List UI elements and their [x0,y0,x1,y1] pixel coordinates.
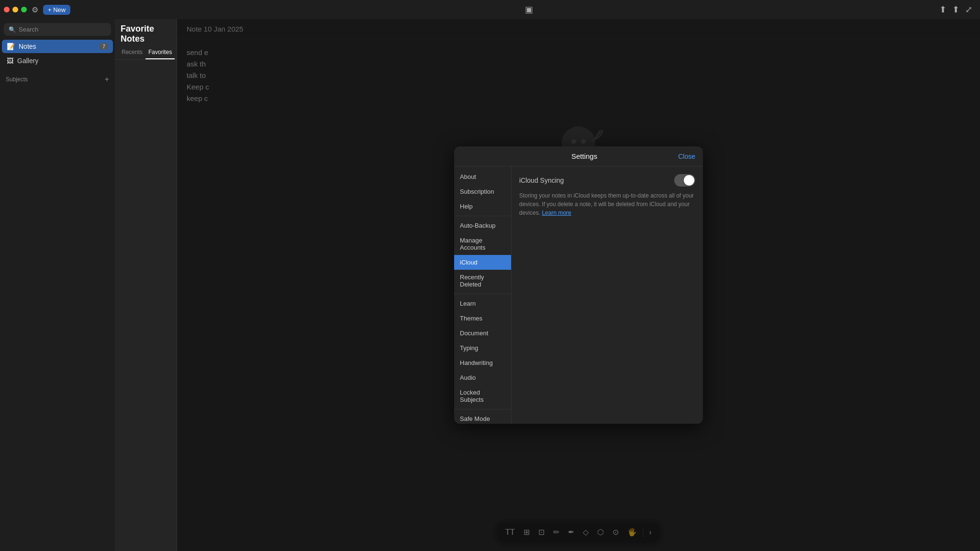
gallery-icon: 🖼 [7,57,13,65]
divider-2 [454,294,511,294]
note-list-panel: Favorite Notes Recents Favorites Unfiled… [115,19,177,551]
settings-group-1: About Subscription Help [454,169,511,214]
settings-item-safe-mode[interactable]: Safe Mode [454,411,511,424]
new-note-button[interactable]: + New [43,5,70,15]
settings-group-4: Safe Mode Text-to-Speech [454,411,511,424]
modal-close-button[interactable]: Close [678,153,695,160]
settings-item-locked-subjects[interactable]: Locked Subjects [454,385,511,407]
tab-favorites[interactable]: Favorites [145,46,175,59]
export-button[interactable]: ⬆ [952,4,959,15]
sidebar-notes-label: Notes [19,43,36,50]
settings-item-typing[interactable]: Typing [454,341,511,355]
divider-3 [454,409,511,409]
search-bar[interactable]: 🔍 Search [4,23,111,36]
icloud-description: Storing your notes in iCloud keeps them … [519,191,695,217]
settings-item-subscription[interactable]: Subscription [454,184,511,199]
icloud-row: iCloud Syncing [519,174,695,187]
fullscreen-button[interactable]: ⤢ [965,4,972,15]
settings-item-document[interactable]: Document [454,326,511,341]
top-bar: ⚙ + New ▣ ⬆ ⬆ ⤢ [0,0,980,19]
settings-item-about[interactable]: About [454,169,511,184]
top-bar-left: ⚙ + New [4,4,119,15]
main-area: 🔍 Search 📝 Notes 7 🖼 Gallery Subjects + … [0,19,980,551]
layout-toggle-button[interactable]: ▣ [525,4,533,15]
modal-title: Settings [490,152,678,160]
add-subject-button[interactable]: + [105,75,109,84]
divider-1 [454,216,511,216]
settings-item-handwriting[interactable]: Handwriting [454,355,511,370]
learn-more-link[interactable]: Learn more [542,209,571,216]
search-placeholder: Search [19,26,38,33]
settings-item-learn[interactable]: Learn [454,296,511,311]
window-minimize-btn[interactable] [12,7,18,12]
sidebar-gallery-label: Gallery [17,57,38,65]
notes-badge: 7 [100,43,108,50]
settings-item-audio[interactable]: Audio [454,370,511,385]
modal-overlay: Settings Close About Subscription Help [177,19,980,551]
content-area: Note 10 Jan 2025 send e ask th talk to K… [177,19,980,551]
gear-button[interactable]: ⚙ [31,4,39,15]
settings-group-3: Learn Themes Document Typing Handwriting… [454,296,511,407]
note-list-header: Favorite Notes [115,19,177,46]
icloud-toggle[interactable] [674,174,695,187]
top-bar-right: ⬆ ⬆ ⤢ [939,4,976,15]
sidebar: 🔍 Search 📝 Notes 7 🖼 Gallery Subjects + [0,19,115,551]
settings-item-auto-backup[interactable]: Auto-Backup [454,218,511,233]
subjects-header: Subjects + [6,75,109,84]
top-bar-center: ▣ [122,4,935,15]
sidebar-nav: 📝 Notes 7 🖼 Gallery [0,40,115,67]
settings-sidebar: About Subscription Help Auto-Backup Mana… [454,166,512,424]
settings-item-recently-deleted[interactable]: Recently Deleted [454,270,511,292]
sidebar-item-notes[interactable]: 📝 Notes 7 [2,40,113,53]
settings-group-2: Auto-Backup Manage Accounts iCloud Recen… [454,218,511,292]
settings-item-icloud[interactable]: iCloud [454,255,511,270]
settings-item-manage-accounts[interactable]: Manage Accounts [454,233,511,255]
toggle-knob [684,175,694,186]
tab-recents[interactable]: Recents [119,46,145,59]
settings-modal: Settings Close About Subscription Help [454,146,703,424]
icloud-label: iCloud Syncing [519,176,564,184]
window-maximize-btn[interactable] [21,7,27,12]
note-list-tabs: Recents Favorites Unfiled Sh [115,46,177,60]
modal-title-bar: Settings Close [454,146,703,166]
window-controls [4,7,27,12]
note-list-title: Favorite Notes [121,24,171,44]
subjects-section: Subjects + [0,75,115,84]
settings-content: iCloud Syncing Storing your notes in iCl… [512,166,703,424]
settings-item-help[interactable]: Help [454,199,511,214]
sidebar-item-gallery[interactable]: 🖼 Gallery [2,54,113,67]
subjects-label: Subjects [6,76,28,83]
settings-item-themes[interactable]: Themes [454,311,511,326]
window-close-btn[interactable] [4,7,10,12]
notes-icon: 📝 [7,43,15,50]
modal-body: About Subscription Help Auto-Backup Mana… [454,166,703,424]
search-icon: 🔍 [9,26,16,33]
share-button[interactable]: ⬆ [939,4,947,15]
